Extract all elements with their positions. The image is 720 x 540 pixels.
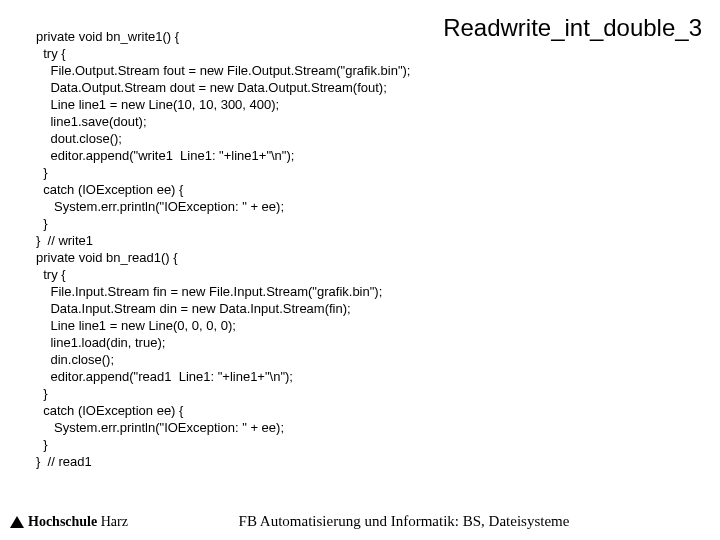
slide-title: Readwrite_int_double_3 (443, 14, 702, 42)
code-block: private void bn_write1() { try { File.Ou… (36, 28, 410, 470)
slide-container: Readwrite_int_double_3 private void bn_w… (0, 0, 720, 540)
triangle-icon (10, 516, 24, 528)
logo-bold: Hochschule (28, 514, 97, 529)
footer: Hochschule Harz FB Automatisierung und I… (0, 513, 720, 530)
footer-text: FB Automatisierung und Informatik: BS, D… (88, 513, 720, 530)
